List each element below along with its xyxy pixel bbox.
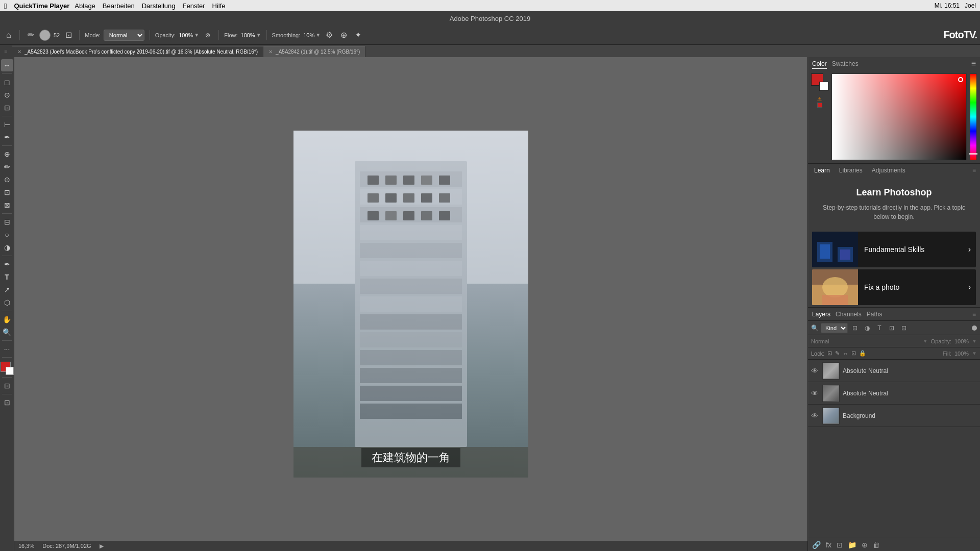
opacity-dropdown-icon[interactable]: ▼ xyxy=(194,32,199,38)
pressure-icon[interactable]: ⊕ xyxy=(338,30,349,41)
layer-filter-pixel[interactable]: ⊡ xyxy=(850,323,860,333)
color-selector-dot[interactable] xyxy=(958,77,963,82)
new-layer-icon[interactable]: ⊕ xyxy=(862,541,868,549)
libraries-tab[interactable]: Libraries xyxy=(837,166,865,175)
layers-panel-collapse[interactable]: ≡ xyxy=(972,311,976,318)
swatches-tab[interactable]: Swatches xyxy=(832,59,859,68)
tool-zoom[interactable]: 🔍 xyxy=(1,326,13,338)
menu-hilfe[interactable]: Hilfe xyxy=(212,2,226,10)
tool-screen-mode[interactable]: ⊡ xyxy=(1,396,13,409)
apple-menu[interactable]:  xyxy=(4,2,7,10)
home-icon[interactable]: ⌂ xyxy=(3,30,14,41)
color-cube-icon[interactable] xyxy=(817,103,822,108)
tool-pen[interactable]: ✒ xyxy=(1,258,13,270)
tool-move[interactable]: ↔ xyxy=(1,59,13,71)
brush-icon[interactable]: ✏ xyxy=(25,30,36,41)
menu-darstellung[interactable]: Darstellung xyxy=(142,2,176,10)
opacity-dropdown-icon-layers[interactable]: ▼ xyxy=(972,338,977,344)
foreground-bg-swatches[interactable] xyxy=(811,73,828,91)
tool-shape[interactable]: ⬡ xyxy=(1,296,13,309)
hue-bar[interactable] xyxy=(970,73,977,160)
layer-filter-toggle[interactable] xyxy=(972,325,977,331)
brush-options-icon[interactable]: ⊡ xyxy=(63,30,74,41)
learn-card-fundamental[interactable]: Fundamental Skills › xyxy=(812,232,976,267)
new-group-icon[interactable]: 📁 xyxy=(848,541,856,549)
tool-eraser[interactable]: ⊠ xyxy=(1,199,13,211)
smoothing-settings-icon[interactable]: ⚙ xyxy=(324,30,335,41)
layer-filter-shape[interactable]: ⊡ xyxy=(887,323,897,333)
foreground-color-swatch[interactable] xyxy=(1,362,14,375)
menu-fenster[interactable]: Fenster xyxy=(183,2,205,10)
layer-1-visibility[interactable]: 👁 xyxy=(811,389,819,397)
layer-2-visibility[interactable]: 👁 xyxy=(811,412,819,420)
layer-item-2[interactable]: 👁 Background xyxy=(808,405,980,427)
tool-more[interactable]: ··· xyxy=(1,343,13,355)
tool-brush[interactable]: ✏ xyxy=(1,161,13,173)
tool-quick-select[interactable]: ⊡ xyxy=(1,102,13,114)
tool-dodge[interactable]: ◑ xyxy=(1,241,13,254)
lock-all-icon[interactable]: 🔒 xyxy=(859,350,866,357)
blend-mode-value[interactable]: Normal xyxy=(811,338,920,344)
adjustments-tab[interactable]: Adjustments xyxy=(870,166,908,175)
background-swatch[interactable] xyxy=(819,82,828,91)
fix-photo-arrow[interactable]: › xyxy=(968,283,976,292)
tool-blur[interactable]: ○ xyxy=(1,229,13,241)
tool-crop[interactable]: ⊢ xyxy=(1,118,13,131)
tool-hand[interactable]: ✋ xyxy=(1,313,13,325)
lock-image-icon[interactable]: ✎ xyxy=(835,350,840,357)
fill-dropdown-icon[interactable]: ▼ xyxy=(972,350,977,356)
doc-info-expand[interactable]: ▶ xyxy=(100,543,104,549)
layer-filter-type[interactable]: T xyxy=(874,323,885,333)
mode-dropdown[interactable]: Normal xyxy=(104,30,144,41)
tab-1[interactable]: ✕ _A5A2842 (1).tif @ 12,5% (RGB/16°) xyxy=(263,46,365,57)
tool-lasso[interactable]: ⊙ xyxy=(1,89,13,101)
color-tab[interactable]: Color xyxy=(812,59,827,69)
tool-path-select[interactable]: ↗ xyxy=(1,284,13,296)
tool-eyedropper[interactable]: ✒ xyxy=(1,131,13,143)
add-mask-icon[interactable]: ⊡ xyxy=(837,541,843,549)
channels-tab[interactable]: Channels xyxy=(836,311,862,318)
menu-bearbeiten[interactable]: Bearbeiten xyxy=(103,2,135,10)
layer-item-1[interactable]: 👁 Absolute Neutral xyxy=(808,382,980,405)
layer-item-0[interactable]: 👁 Absolute Neutral xyxy=(808,360,980,382)
menu-ablage[interactable]: Ablage xyxy=(75,2,95,10)
delete-layer-icon[interactable]: 🗑 xyxy=(873,541,880,549)
tab-0-close[interactable]: ✕ xyxy=(17,49,21,55)
layer-filter-adjust[interactable]: ◑ xyxy=(862,323,872,333)
color-panel-collapse[interactable]: ≡ xyxy=(971,59,976,68)
layer-filter-smart[interactable]: ⊡ xyxy=(899,323,909,333)
lock-position-icon[interactable]: ↔ xyxy=(843,350,848,357)
layer-0-visibility[interactable]: 👁 xyxy=(811,367,819,375)
tool-clone[interactable]: ⊙ xyxy=(1,173,13,186)
tool-gradient[interactable]: ⊟ xyxy=(1,216,13,228)
learn-tab[interactable]: Learn xyxy=(812,166,832,175)
tool-heal[interactable]: ⊕ xyxy=(1,148,13,160)
tab-1-close[interactable]: ✕ xyxy=(268,49,273,55)
tool-history[interactable]: ⊡ xyxy=(1,186,13,198)
brush-size-icon[interactable] xyxy=(39,30,51,41)
blend-dropdown-icon[interactable]: ▼ xyxy=(923,338,928,344)
lock-transparent-icon[interactable]: ⊡ xyxy=(827,350,832,357)
color-gradient[interactable] xyxy=(831,73,967,160)
tab-expand-icon[interactable]: ≡ xyxy=(0,45,12,57)
add-style-icon[interactable]: fx xyxy=(826,541,831,549)
toolbar-sep-4 xyxy=(218,30,219,40)
toolbar: ⌂ ✏ 52 ⊡ Mode: Normal Opacity: 100% ▼ ⊗ … xyxy=(0,26,980,45)
lock-artboard-icon[interactable]: ⊡ xyxy=(851,350,856,357)
app-name[interactable]: QuickTime Player xyxy=(14,2,69,10)
layers-tab[interactable]: Layers xyxy=(812,311,830,318)
flow-dropdown-icon[interactable]: ▼ xyxy=(256,32,261,38)
tool-select-rect[interactable]: ◻ xyxy=(1,76,13,88)
smoothing-dropdown-icon[interactable]: ▼ xyxy=(315,32,321,38)
link-layers-icon[interactable]: 🔗 xyxy=(812,541,821,549)
fundamental-arrow[interactable]: › xyxy=(968,245,976,254)
tool-quick-mask[interactable]: ⊡ xyxy=(1,380,13,392)
stylus-icon[interactable]: ✦ xyxy=(352,30,363,41)
learn-panel-collapse[interactable]: ≡ xyxy=(972,167,976,174)
opacity-toggle-icon[interactable]: ⊗ xyxy=(202,30,213,41)
tool-type[interactable]: T xyxy=(1,271,13,283)
learn-card-fix[interactable]: Fix a photo › xyxy=(812,269,976,305)
paths-tab[interactable]: Paths xyxy=(867,311,883,318)
tab-0[interactable]: ✕ _A5A2823 (Joel's MacBook Pro's conflic… xyxy=(12,46,263,57)
layers-filter-select[interactable]: Kind xyxy=(821,323,848,333)
